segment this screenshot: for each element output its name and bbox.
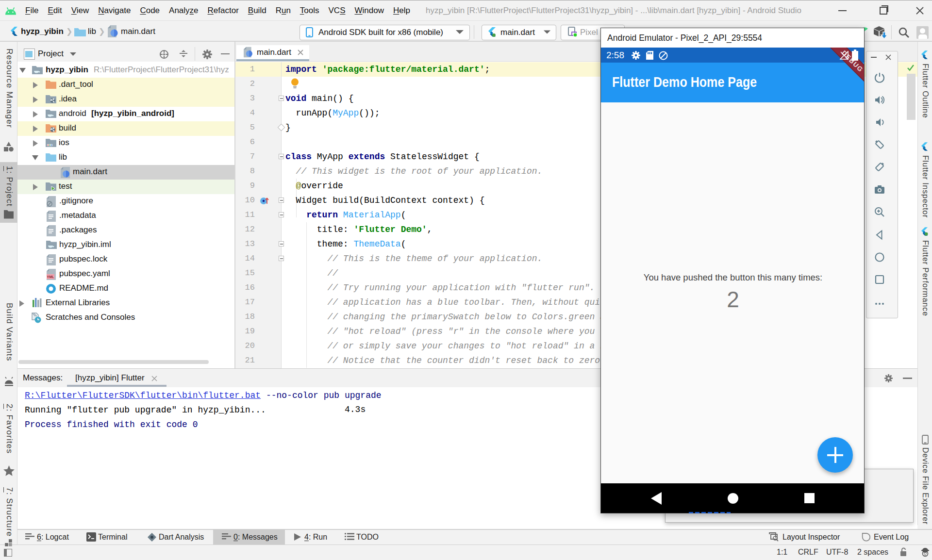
svg-text:YML: YML <box>47 275 55 279</box>
